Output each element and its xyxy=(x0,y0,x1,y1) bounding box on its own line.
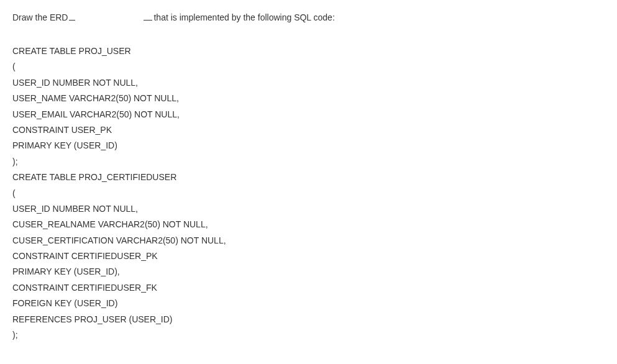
prompt-part1: Draw the ERD xyxy=(12,12,68,22)
code-line: REFERENCES PROJ_USER (USER_ID) xyxy=(12,312,605,326)
code-line: PRIMARY KEY (USER_ID), xyxy=(12,265,605,278)
code-line: ( xyxy=(12,186,605,200)
question-prompt: Draw the ERDthat is implemented by the f… xyxy=(12,12,605,22)
code-line: USER_ID NUMBER NOT NULL, xyxy=(12,76,605,89)
code-line: CREATE TABLE PROJ_CERTIFIEDUSER xyxy=(12,170,605,184)
code-line: CONSTRAINT CERTIFIEDUSER_PK xyxy=(12,249,605,263)
code-line: CREATE TABLE PROJ_USER xyxy=(12,44,605,58)
code-line: ( xyxy=(12,60,605,73)
code-line: CONSTRAINT CERTIFIEDUSER_FK xyxy=(12,281,605,294)
prompt-part2: that is implemented by the following SQL… xyxy=(153,12,334,22)
code-line: USER_ID NUMBER NOT NULL, xyxy=(12,202,605,216)
code-line: FOREIGN KEY (USER_ID) xyxy=(12,296,605,310)
blank-field-1 xyxy=(69,20,75,20)
code-line: CONSTRAINT USER_PK xyxy=(12,123,605,137)
code-line: ); xyxy=(12,328,605,342)
code-line: USER_EMAIL VARCHAR2(50) NOT NULL, xyxy=(12,107,605,121)
code-line: CUSER_REALNAME VARCHAR2(50) NOT NULL, xyxy=(12,217,605,231)
code-line: PRIMARY KEY (USER_ID) xyxy=(12,139,605,152)
sql-code-block: CREATE TABLE PROJ_USER ( USER_ID NUMBER … xyxy=(12,44,605,342)
code-line: CUSER_CERTIFICATION VARCHAR2(50) NOT NUL… xyxy=(12,234,605,247)
blank-field-2 xyxy=(144,20,152,20)
code-line: USER_NAME VARCHAR2(50) NOT NULL, xyxy=(12,91,605,105)
code-line: ); xyxy=(12,155,605,168)
